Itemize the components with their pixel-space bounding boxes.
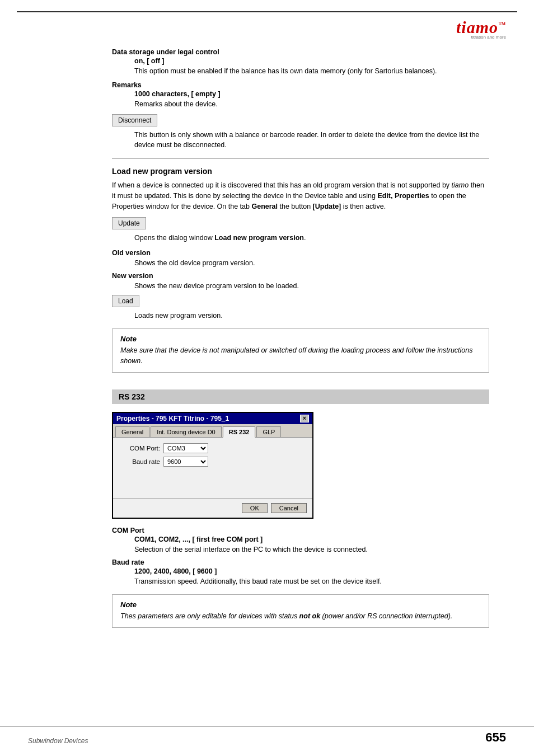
- com-port-value: COM1, COM2, ..., [ first free COM port ]: [134, 536, 489, 543]
- baud-rate-row: Baud rate 9600 1200 2400 4800: [121, 457, 305, 467]
- dialog-cancel-button[interactable]: Cancel: [271, 503, 307, 513]
- not-ok-bold: not ok: [299, 612, 321, 620]
- load-program-header: Load new program version: [112, 167, 489, 176]
- update-button[interactable]: Update: [112, 217, 146, 229]
- update-bold: [Update]: [313, 203, 341, 210]
- remarks-label: Remarks: [112, 81, 489, 89]
- load-program-section: Load new program version If when a devic…: [112, 167, 489, 373]
- footer-left: Subwindow Devices: [28, 737, 88, 745]
- data-storage-section: Data storage under legal control on, [ o…: [112, 48, 489, 77]
- remarks-section: Remarks 1000 characters, [ empty ] Remar…: [112, 81, 489, 110]
- logo-area: tiamo™ titration and more: [0, 12, 534, 43]
- general-bold: General: [251, 203, 278, 210]
- dialog-title: Properties - 795 KFT Titrino - 795_1: [116, 415, 229, 422]
- page-footer: Subwindow Devices 655: [0, 726, 534, 745]
- note-box-1: Note Make sure that the device is not ma…: [112, 328, 489, 373]
- load-button[interactable]: Load: [112, 295, 139, 307]
- dialog-wrapper: Properties - 795 KFT Titrino - 795_1 × G…: [112, 412, 489, 519]
- separator-1: [112, 158, 489, 159]
- load-program-body: If when a device is connected up it is d…: [112, 180, 489, 212]
- dialog-titlebar: Properties - 795 KFT Titrino - 795_1 ×: [113, 413, 312, 424]
- baud-rate-section: Baud rate 1200, 2400, 4800, [ 9600 ] Tra…: [112, 558, 489, 587]
- page-container: tiamo™ titration and more Data storage u…: [0, 0, 534, 756]
- com-port-section: COM Port COM1, COM2, ..., [ first free C…: [112, 527, 489, 555]
- disconnect-desc: This button is only shown with a balance…: [134, 130, 489, 151]
- dialog-tabs: General Int. Dosing device D0 RS 232 GLP: [113, 424, 312, 438]
- disconnect-button[interactable]: Disconnect: [112, 114, 157, 126]
- logo-text: tiamo™: [456, 18, 506, 37]
- load-new-program-bold: Load new program version: [214, 234, 304, 242]
- baud-rate-value: 1200, 2400, 4800, [ 9600 ]: [134, 567, 489, 575]
- logo: tiamo™ titration and more: [456, 18, 506, 40]
- edit-properties-bold: Edit, Properties: [377, 192, 429, 200]
- remarks-value: 1000 characters, [ empty ]: [134, 90, 489, 98]
- data-storage-value: on, [ off ]: [134, 57, 489, 65]
- note1-title: Note: [120, 335, 481, 343]
- update-desc: Opens the dialog window Load new program…: [134, 233, 489, 243]
- note-box-2: Note Thes parameters are only editable f…: [112, 594, 489, 628]
- main-content: Data storage under legal control on, [ o…: [0, 48, 534, 628]
- com-port-field-label: COM Port:: [121, 445, 160, 452]
- tab-int-dosing[interactable]: Int. Dosing device D0: [151, 426, 222, 437]
- baud-rate-field-label: Baud rate: [121, 458, 160, 465]
- data-storage-desc: This option must be enabled if the balan…: [134, 66, 489, 77]
- tiamo-italic: tiamo: [452, 181, 469, 189]
- com-port-desc: Selection of the serial interface on the…: [134, 544, 489, 555]
- data-storage-label: Data storage under legal control: [112, 48, 489, 56]
- dialog-close-button[interactable]: ×: [300, 415, 309, 422]
- dialog-footer: OK Cancel: [113, 498, 312, 518]
- baud-rate-label: Baud rate: [112, 558, 489, 566]
- rs232-section: RS 232 Properties - 795 KFT Titrino - 79…: [112, 389, 489, 628]
- new-version-desc: Shows the new device program version to …: [134, 281, 489, 292]
- remarks-desc: Remarks about the device.: [134, 99, 489, 110]
- note2-title: Note: [120, 600, 481, 609]
- note2-text: Thes parameters are only editable for de…: [120, 611, 481, 622]
- old-version-label: Old version: [112, 249, 489, 257]
- properties-dialog: Properties - 795 KFT Titrino - 795_1 × G…: [112, 412, 313, 519]
- tab-glp[interactable]: GLP: [256, 426, 281, 437]
- dialog-ok-button[interactable]: OK: [242, 503, 268, 513]
- dialog-spacer: [121, 470, 305, 492]
- com-port-select[interactable]: COM3 COM1 COM2: [163, 443, 208, 453]
- dialog-body: COM Port: COM3 COM1 COM2 Baud rate 9600: [113, 438, 312, 498]
- old-version-desc: Shows the old device program version.: [134, 258, 489, 269]
- footer-right: 655: [485, 730, 506, 745]
- load-desc: Loads new program version.: [134, 311, 489, 321]
- baud-rate-desc: Transmission speed. Additionally, this b…: [134, 576, 489, 587]
- com-port-label: COM Port: [112, 527, 489, 534]
- note1-text: Make sure that the device is not manipul…: [120, 345, 481, 367]
- baud-rate-select[interactable]: 9600 1200 2400 4800: [163, 457, 208, 467]
- rs232-header: RS 232: [112, 389, 489, 404]
- tab-general[interactable]: General: [115, 426, 149, 437]
- com-port-row: COM Port: COM3 COM1 COM2: [121, 443, 305, 453]
- tab-rs232[interactable]: RS 232: [223, 426, 256, 438]
- new-version-label: New version: [112, 272, 489, 280]
